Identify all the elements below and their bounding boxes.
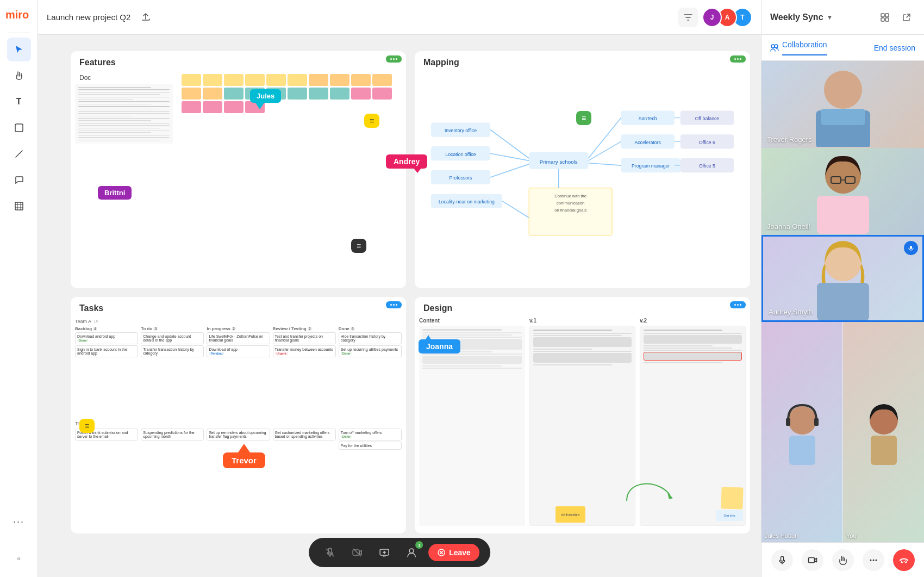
toolbar-divider-1 [8,33,30,33]
person-joanna [805,150,881,234]
panel-dropdown-icon[interactable]: ▼ [827,14,833,21]
svg-text:Inventory office: Inventory office [445,128,477,133]
svg-line-2 [16,151,22,157]
mic-btn[interactable] [320,542,340,563]
joanna-arrow [425,335,434,340]
header-avatars: J A T [702,8,752,27]
sticky-tool-btn[interactable] [7,116,31,140]
mapping-content: Primary schools Inventory office Locatio… [415,72,750,285]
svg-line-18 [490,164,529,177]
notification-badge: 1 [415,541,423,549]
svg-rect-74 [786,418,790,426]
person-trever [805,63,881,147]
text-tool-btn[interactable]: T [7,90,31,114]
svg-text:Primary schools: Primary schools [540,159,578,165]
video-cell-you: You [843,322,924,542]
svg-point-61 [775,45,778,48]
frame-tool-btn[interactable] [7,194,31,218]
chat-bubble-2[interactable]: ≡ [576,111,591,125]
panel-external-btn[interactable] [898,9,915,26]
task-card-7: Test and transfer projects on financial … [273,332,336,344]
bottom-video-row: Jules Hutton You [761,322,924,542]
tasks-section: Tasks Team A 10 [71,297,406,534]
more-tools-btn[interactable]: ··· [7,510,31,533]
svg-text:on financial goals: on financial goals [554,208,586,213]
task-b-card-3: Set up reminders about upcoming transfer… [207,429,270,440]
chat-bubble-1[interactable]: ≡ [364,114,379,128]
features-menu-btn[interactable] [386,55,402,63]
jules-label: Jules [250,89,281,103]
doc-preview [75,84,173,144]
mindmap-svg: Primary schools Inventory office Locatio… [419,72,746,281]
collaboration-tab[interactable]: Collaboration [770,40,827,55]
people-btn[interactable]: 1 [401,542,422,563]
tasks-title: Tasks [71,297,406,318]
video-cell-trever: Trever Rogers [761,61,924,148]
svg-line-27 [588,141,621,160]
andrey-arrow [413,167,422,173]
svg-text:Accelerators: Accelerators [634,140,661,145]
avatar-1: J [702,8,722,27]
expand-btn[interactable]: « [7,547,31,570]
trever-name: Trever Rogers [767,135,812,144]
brittni-arrow [92,181,103,191]
comment-tool-btn[interactable] [7,168,31,192]
svg-marker-45 [667,493,673,499]
jules-name: Jules Hutton [765,532,798,539]
end-session-btn[interactable]: End session [874,43,915,53]
panel-more-btn[interactable] [863,549,884,571]
task-card-4: Transfer transaction history by category [141,345,204,357]
task-card-8: Transfer money between accounts Urgent [273,345,336,357]
svg-rect-78 [871,436,897,465]
svg-marker-47 [425,335,432,340]
board-grid: Features Doc [71,51,750,533]
task-card-3: Change and update account details in the… [141,332,204,344]
design-arrow [616,468,681,512]
collaboration-tab-label: Collaboration [782,40,827,55]
team-a-label: Team A 10 [75,318,402,326]
andrey-label: Andrey [386,154,427,169]
upload-btn[interactable] [137,9,154,26]
cursor-tool-btn[interactable] [7,38,31,61]
task-card-2: Sign in to bank account in the android a… [75,345,138,357]
share-btn[interactable] [374,542,395,563]
panel-grid-btn[interactable] [876,9,894,26]
task-b-card-2: Suspending predictions for the upcoming … [141,429,204,440]
team-b-label: Team B [75,419,402,429]
end-session-label: End session [874,44,915,52]
svg-text:Office 5: Office 5 [699,163,715,169]
svg-line-21 [588,118,621,158]
svg-point-82 [872,559,874,561]
chat-bubble-4[interactable]: ≡ [79,419,95,433]
leave-btn[interactable]: Leave [428,544,479,561]
panel-hand-btn[interactable] [832,549,854,571]
joanna-cursor: Joanna [419,339,460,353]
svg-text:Location office: Location office [445,152,476,157]
svg-rect-56 [881,14,884,17]
chat-bubble-3[interactable]: ≡ [351,239,366,253]
team-b-kanban: Foster a bank submission and server to t… [75,429,402,510]
you-name: You [846,532,857,539]
design-title: Design [415,297,750,318]
svg-point-60 [771,45,775,48]
mapping-section: Mapping Primary schools Inven [415,51,750,288]
task-card-5: Life SwellkFck - ZoltranPulse on financi… [207,332,270,344]
line-tool-btn[interactable] [7,142,31,166]
design-menu-btn[interactable] [730,301,746,308]
panel-end-call-btn[interactable] [893,549,915,571]
task-card-6: Download of app Pending [207,345,270,357]
canvas-area[interactable]: Features Doc [38,35,761,577]
audrey-name: Audrey Smyth [769,308,813,316]
mapping-menu-btn[interactable] [730,55,746,63]
filter-btn[interactable] [678,8,698,27]
design-sticky-1: deliverable [555,506,585,523]
panel-camera-btn[interactable] [802,549,823,571]
design-content: Content [415,318,750,531]
panel-mic-btn[interactable] [771,549,793,571]
left-toolbar: miro T ··· « [0,0,38,577]
hand-tool-btn[interactable] [7,64,31,88]
camera-btn[interactable] [347,542,367,563]
panel-header: Weekly Sync ▼ [761,0,924,35]
tasks-menu-btn[interactable] [386,301,402,308]
panel-icons [876,9,915,26]
